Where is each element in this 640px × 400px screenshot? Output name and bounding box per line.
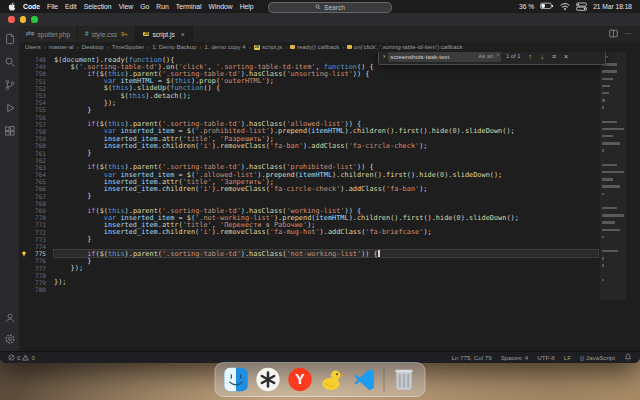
- menu-help[interactable]: Help: [240, 3, 254, 10]
- language-mode[interactable]: {} JavaScript: [580, 354, 615, 361]
- vscode-dock-icon[interactable]: [352, 367, 377, 392]
- maximize-button[interactable]: [31, 16, 38, 23]
- line-number[interactable]: 769: [19, 207, 54, 214]
- code-line[interactable]: 772 inserted_item.children('i').removeCl…: [19, 229, 598, 236]
- breadcrumb-item[interactable]: Users: [25, 44, 41, 50]
- line-number[interactable]: 756: [19, 114, 54, 121]
- line-number[interactable]: 748: [19, 56, 54, 63]
- find-in-selection-toggle[interactable]: ≡: [550, 53, 559, 60]
- account-icon[interactable]: [4, 312, 16, 324]
- split-editor-icon[interactable]: [609, 29, 618, 39]
- breadcrumb-item[interactable]: ready() callback: [290, 44, 339, 50]
- breadcrumb-item[interactable]: Desktop: [82, 44, 104, 50]
- line-number[interactable]: 770: [19, 214, 54, 221]
- code-line[interactable]: 761 }: [19, 149, 598, 156]
- line-number[interactable]: 758: [19, 128, 54, 135]
- apple-menu-icon[interactable]: [8, 2, 16, 12]
- encoding-indicator[interactable]: UTF-8: [537, 354, 555, 361]
- breadcrumb-item[interactable]: TimeSpotter: [112, 44, 144, 50]
- find-toggle-chevron[interactable]: ›: [383, 53, 385, 60]
- spotlight-search[interactable]: Search: [268, 2, 392, 13]
- source-control-icon[interactable]: [4, 79, 16, 91]
- line-number[interactable]: 755: [19, 106, 54, 113]
- editor[interactable]: 748$(document).ready(function(){749 $('.…: [19, 52, 640, 352]
- control-center-icon[interactable]: [576, 2, 587, 12]
- code-line[interactable]: 776 }: [19, 257, 598, 264]
- more-actions-icon[interactable]: ⋯: [624, 30, 631, 38]
- code-line[interactable]: 777 });: [19, 264, 598, 271]
- line-number[interactable]: 777: [19, 265, 54, 272]
- line-number[interactable]: 773: [19, 236, 54, 243]
- line-number[interactable]: 751: [19, 78, 54, 85]
- line-number[interactable]: 749: [19, 63, 54, 70]
- minimize-button[interactable]: [20, 16, 27, 23]
- line-number[interactable]: 761: [19, 150, 54, 157]
- chatgpt-dock-icon[interactable]: [256, 367, 281, 392]
- search-icon[interactable]: [4, 56, 16, 68]
- line-number[interactable]: 767: [19, 193, 54, 200]
- line-number[interactable]: 780: [19, 286, 54, 293]
- line-number[interactable]: 779: [19, 279, 54, 286]
- settings-icon[interactable]: [4, 333, 16, 345]
- find-input[interactable]: [390, 53, 476, 60]
- code-line[interactable]: 755 }: [19, 106, 598, 113]
- breadcrumb-item[interactable]: on('click', '.sorting-table-td-item') ca…: [347, 44, 462, 50]
- menu-go[interactable]: Go: [140, 3, 149, 10]
- menu-file[interactable]: File: [47, 3, 58, 10]
- whole-word-toggle[interactable]: ab: [487, 53, 493, 59]
- tab-script.js[interactable]: JSscript.js×: [136, 26, 193, 42]
- find-close-button[interactable]: ×: [562, 53, 571, 60]
- line-number[interactable]: 772: [19, 229, 54, 236]
- finder-dock-icon[interactable]: [224, 367, 249, 392]
- code-line[interactable]: 773 }: [19, 236, 598, 243]
- yandex-browser-dock-icon[interactable]: Y: [288, 367, 313, 392]
- code-line[interactable]: 775 if($(this).parent('.sorting-table-td…: [19, 250, 598, 257]
- trash-dock-icon[interactable]: [392, 367, 417, 392]
- line-number[interactable]: 760: [19, 142, 54, 149]
- line-number[interactable]: 763: [19, 164, 54, 171]
- indentation-indicator[interactable]: Spaces: 4: [501, 354, 529, 361]
- tab-close-icon[interactable]: ×: [181, 31, 185, 38]
- title-bar[interactable]: [0, 13, 640, 26]
- line-number[interactable]: 771: [19, 221, 54, 228]
- breadcrumb-item[interactable]: master-al: [49, 44, 74, 50]
- menu-run[interactable]: Run: [156, 3, 168, 10]
- breadcrumb-item[interactable]: JSscript.js: [254, 44, 283, 50]
- cyberduck-dock-icon[interactable]: [320, 367, 345, 392]
- line-number[interactable]: 757: [19, 121, 54, 128]
- line-number[interactable]: 764: [19, 171, 54, 178]
- line-number[interactable]: 750: [19, 70, 54, 77]
- eol-indicator[interactable]: LF: [564, 354, 571, 361]
- menu-edit[interactable]: Edit: [65, 3, 77, 10]
- menu-window[interactable]: Window: [208, 3, 232, 10]
- extensions-icon[interactable]: [4, 125, 16, 137]
- run-and-debug-icon[interactable]: [4, 102, 16, 114]
- regex-toggle[interactable]: .*: [495, 53, 499, 59]
- menu-view[interactable]: View: [119, 3, 134, 10]
- wifi-icon[interactable]: [560, 2, 570, 12]
- line-number[interactable]: 753: [19, 92, 54, 99]
- cursor-position[interactable]: Ln 775, Col 79: [451, 354, 491, 361]
- tab-spotter.php[interactable]: phpspotter.php: [19, 26, 78, 42]
- notifications-bell-icon[interactable]: [624, 353, 632, 362]
- line-number[interactable]: 759: [19, 135, 54, 142]
- match-case-toggle[interactable]: Aa: [478, 53, 485, 59]
- line-number[interactable]: 766: [19, 185, 54, 192]
- line-number[interactable]: 774: [19, 243, 54, 250]
- menu-bar-clock[interactable]: 21 Mar 18:18: [593, 3, 632, 10]
- minimap[interactable]: [600, 52, 626, 352]
- breadcrumb-item[interactable]: 1. demo copy 4: [205, 44, 246, 50]
- menu-selection[interactable]: Selection: [84, 3, 112, 10]
- line-number[interactable]: 752: [19, 85, 54, 92]
- menu-code[interactable]: Code: [23, 3, 40, 10]
- explorer-icon[interactable]: [4, 33, 16, 45]
- code-line[interactable]: 766 inserted_item.children('i').removeCl…: [19, 185, 598, 192]
- lightbulb-icon[interactable]: [21, 251, 27, 257]
- line-number[interactable]: 768: [19, 200, 54, 207]
- close-button[interactable]: [8, 16, 15, 23]
- line-number[interactable]: 754: [19, 99, 54, 106]
- code-line[interactable]: 767 }: [19, 193, 598, 200]
- line-number[interactable]: 762: [19, 157, 54, 164]
- tab-style.css[interactable]: #style.css9+: [78, 26, 136, 42]
- code-line[interactable]: 760 inserted_item.children('i').removeCl…: [19, 142, 598, 149]
